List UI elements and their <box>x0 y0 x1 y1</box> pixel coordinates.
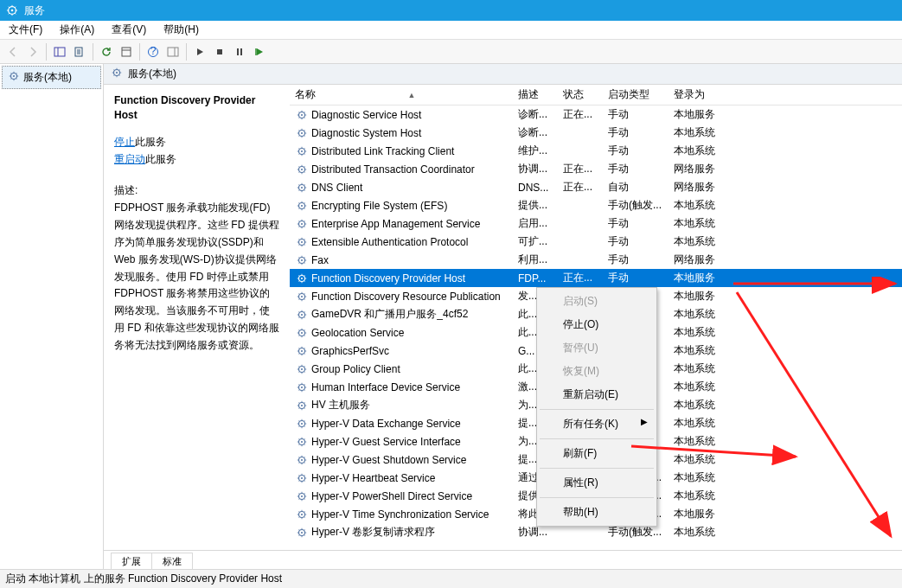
svg-point-46 <box>301 349 303 351</box>
restart-service-button[interactable] <box>250 42 269 61</box>
menubar: 文件(F) 操作(A) 查看(V) 帮助(H) <box>0 21 902 40</box>
svg-point-36 <box>301 259 303 260</box>
svg-point-62 <box>301 495 303 496</box>
toolbar: ? <box>0 40 902 64</box>
cell-name: Function Discovery Provider Host <box>311 272 465 284</box>
gear-icon <box>295 489 309 503</box>
svg-point-44 <box>301 331 303 333</box>
ctx-resume[interactable]: 恢复(M) <box>539 360 655 383</box>
ctx-properties[interactable]: 属性(R) <box>539 471 655 495</box>
stop-link[interactable]: 停止 <box>114 136 135 148</box>
service-row[interactable]: Extensible Authentication Protocol可扩...手… <box>290 233 902 251</box>
gear-icon <box>295 508 309 521</box>
column-start[interactable]: 启动类型 <box>603 85 669 105</box>
gear-icon <box>295 380 309 394</box>
svg-rect-11 <box>217 49 222 54</box>
service-row[interactable]: Encrypting File System (EFS)提供...手动(触发..… <box>290 196 902 214</box>
tab-extended[interactable]: 扩展 <box>111 553 152 570</box>
gear-icon <box>295 399 309 412</box>
cell-logon: 本地系统 <box>669 521 729 543</box>
ctx-start[interactable]: 启动(S) <box>539 290 655 313</box>
svg-point-22 <box>301 131 303 133</box>
stop-service-button[interactable] <box>210 42 229 61</box>
cell-name: Hyper-V Guest Shutdown Service <box>311 454 466 466</box>
context-menu: 启动(S) 停止(O) 暂停(U) 恢复(M) 重新启动(E) 所有任务(K)▶… <box>536 287 657 527</box>
service-row[interactable]: DNS ClientDNS...正在...自动网络服务 <box>290 178 902 196</box>
cell-start: 手动 <box>603 267 669 289</box>
ctx-separator <box>540 497 654 498</box>
column-name[interactable]: 名称▲ <box>290 85 513 105</box>
detail-pane: 服务(本地) Function Discovery Provider Host … <box>104 64 902 569</box>
content-row: Function Discovery Provider Host 停止此服务 重… <box>104 85 902 550</box>
cell-name: Distributed Transaction Coordinator <box>311 163 475 176</box>
ctx-stop[interactable]: 停止(O) <box>539 313 655 336</box>
export-button[interactable] <box>70 42 89 61</box>
menu-view[interactable]: 查看(V) <box>103 20 155 40</box>
svg-point-30 <box>301 204 303 206</box>
ctx-all-tasks[interactable]: 所有任务(K)▶ <box>539 412 655 436</box>
services-icon <box>8 70 20 85</box>
service-row[interactable]: Enterprise App Management Service启用...手动… <box>290 214 902 233</box>
cell-name: Hyper-V PowerShell Direct Service <box>311 490 472 502</box>
start-service-button[interactable] <box>190 42 209 61</box>
svg-point-50 <box>301 386 303 387</box>
svg-rect-13 <box>240 48 242 55</box>
cell-name: Hyper-V Data Exchange Service <box>311 418 461 430</box>
column-logon[interactable]: 登录为 <box>669 85 729 105</box>
cell-name: DNS Client <box>311 182 362 194</box>
ctx-restart[interactable]: 重新启动(E) <box>539 383 655 406</box>
service-row[interactable]: Distributed Transaction Coordinator协调...… <box>290 160 902 178</box>
svg-point-60 <box>301 476 303 478</box>
cell-name: Diagnostic System Host <box>311 127 421 139</box>
description-text: FDPHOST 服务承载功能发现(FD)网络发现提供程序。这些 FD 提供程序为… <box>114 200 279 354</box>
service-row[interactable]: Distributed Link Tracking Client维护...手动本… <box>290 142 902 160</box>
cell-status <box>558 239 603 246</box>
service-row[interactable]: Diagnostic Service Host诊断...正在...手动本地服务 <box>290 105 902 124</box>
svg-rect-12 <box>237 48 239 55</box>
cell-name: Diagnostic Service Host <box>311 109 421 121</box>
ctx-separator <box>540 409 654 410</box>
gear-icon <box>295 126 309 140</box>
service-row[interactable]: Function Discovery Provider HostFDP...正在… <box>290 269 902 287</box>
back-button[interactable] <box>3 42 22 61</box>
cell-name: Extensible Authentication Protocol <box>311 236 468 248</box>
statusbar: 启动 本地计算机 上的服务 Function Discovery Provide… <box>0 569 902 588</box>
properties-button[interactable] <box>117 42 136 61</box>
gear-icon <box>295 417 309 431</box>
service-actions: 停止此服务 重启动此服务 <box>114 133 279 169</box>
help-button[interactable]: ? <box>144 42 163 61</box>
cell-name: Geolocation Service <box>311 327 404 339</box>
ctx-refresh[interactable]: 刷新(F) <box>539 442 655 465</box>
menu-action[interactable]: 操作(A) <box>51 20 103 40</box>
svg-point-16 <box>13 75 15 77</box>
service-row[interactable]: Diagnostic System Host诊断...手动本地系统 <box>290 124 902 142</box>
menu-file[interactable]: 文件(F) <box>0 20 51 40</box>
column-status[interactable]: 状态 <box>558 85 603 105</box>
cell-status: 正在... <box>558 176 603 198</box>
tree-root-item[interactable]: 服务(本地) <box>2 66 101 89</box>
explain-pane: Function Discovery Provider Host 停止此服务 重… <box>104 85 290 550</box>
ctx-help[interactable]: 帮助(H) <box>539 501 655 524</box>
gear-icon <box>295 163 309 176</box>
svg-point-66 <box>301 531 303 533</box>
tree-root-label: 服务(本地) <box>23 70 72 85</box>
gear-icon <box>295 471 309 485</box>
status-text: 启动 本地计算机 上的服务 Function Discovery Provide… <box>5 572 282 586</box>
tab-standard[interactable]: 标准 <box>151 553 193 570</box>
forward-button[interactable] <box>23 42 42 61</box>
menu-help[interactable]: 帮助(H) <box>155 20 208 40</box>
ctx-pause[interactable]: 暂停(U) <box>539 336 655 360</box>
gear-icon <box>295 290 309 304</box>
pause-service-button[interactable] <box>230 42 249 61</box>
restart-link[interactable]: 重启动 <box>114 153 145 165</box>
refresh-button[interactable] <box>97 42 116 61</box>
show-hide-action-button[interactable] <box>163 42 182 61</box>
cell-status <box>558 202 603 209</box>
tree-pane: 服务(本地) <box>0 64 104 569</box>
column-desc[interactable]: 描述 <box>513 85 558 105</box>
cell-status <box>558 529 603 536</box>
service-row[interactable]: Fax利用...手动网络服务 <box>290 251 902 269</box>
svg-point-20 <box>301 113 303 115</box>
show-hide-tree-button[interactable] <box>50 42 69 61</box>
svg-point-38 <box>301 277 303 278</box>
